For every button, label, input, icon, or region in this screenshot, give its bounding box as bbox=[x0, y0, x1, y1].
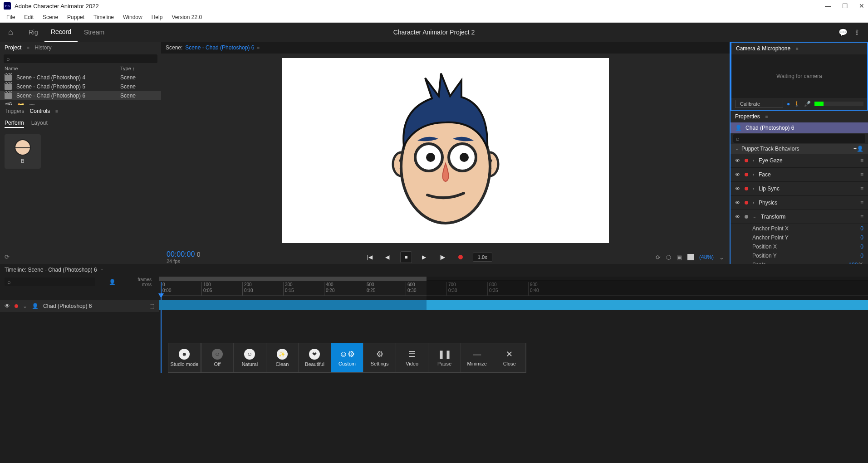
menu-edit[interactable]: Edit bbox=[20, 13, 37, 21]
menu-scene[interactable]: Scene bbox=[39, 13, 62, 21]
arm-record-icon[interactable] bbox=[745, 187, 748, 190]
arm-record-icon[interactable] bbox=[745, 215, 748, 219]
cast-icon[interactable]: ▣ bbox=[677, 254, 682, 261]
visibility-icon[interactable]: 👁 bbox=[735, 200, 740, 205]
refresh-icon[interactable]: ⟳ bbox=[5, 253, 10, 260]
puppet-filter-icon[interactable]: 👤 bbox=[109, 279, 116, 285]
camera-menu-icon[interactable]: ≡ bbox=[796, 46, 798, 51]
mode-rig[interactable]: Rig bbox=[22, 23, 44, 42]
mode-stream[interactable]: Stream bbox=[78, 23, 111, 42]
visibility-icon[interactable]: 👁 bbox=[735, 172, 740, 177]
project-row[interactable]: Scene - Chad (Photoshop) 4 Scene bbox=[0, 73, 161, 82]
pause-button[interactable]: ❚❚Pause bbox=[428, 343, 461, 372]
scene-viewport[interactable] bbox=[161, 54, 730, 248]
project-row[interactable]: Scene - Chad (Photoshop) 6 Scene bbox=[0, 91, 161, 100]
chevron-right-icon[interactable]: › bbox=[753, 200, 754, 205]
visibility-icon[interactable]: 👁 bbox=[735, 214, 740, 219]
visibility-icon[interactable]: 👁 bbox=[5, 303, 10, 309]
body-track-icon[interactable]: 🚶 bbox=[794, 101, 800, 107]
property-value[interactable]: 0 bbox=[860, 234, 863, 241]
behavior-menu-icon[interactable]: ≡ bbox=[860, 185, 863, 192]
properties-menu-icon[interactable]: ≡ bbox=[765, 114, 768, 119]
arm-record-icon[interactable] bbox=[15, 304, 18, 308]
behavior-menu-icon[interactable]: ≡ bbox=[860, 157, 863, 164]
step-forward-button[interactable]: |▶ bbox=[436, 251, 448, 263]
project-row[interactable]: Scene - Chad (Photoshop) 5 Scene bbox=[0, 82, 161, 91]
menu-version[interactable]: Version 22.0 bbox=[168, 13, 206, 21]
properties-search[interactable] bbox=[733, 134, 865, 143]
behavior-menu-icon[interactable]: ≡ bbox=[860, 200, 863, 206]
effect-beautiful-button[interactable]: ❤Beautiful bbox=[299, 343, 331, 372]
timeline-menu-icon[interactable]: ≡ bbox=[101, 268, 103, 273]
arm-record-icon[interactable] bbox=[745, 173, 748, 176]
behavior-row[interactable]: 👁› Eye Gaze≡ bbox=[731, 154, 868, 168]
arm-record-icon[interactable] bbox=[745, 201, 748, 205]
effect-off-button[interactable]: ☺Off bbox=[201, 343, 234, 372]
effect-custom-button[interactable]: ☺⚙Custom bbox=[331, 343, 364, 372]
behaviors-section-header[interactable]: ⌄ Puppet Track Behaviors +👤 bbox=[731, 144, 868, 154]
zoom-dropdown-icon[interactable]: ⌄ bbox=[719, 254, 724, 261]
3d-icon[interactable]: ⬡ bbox=[666, 254, 671, 261]
microphone-icon[interactable]: 🎤 bbox=[804, 101, 811, 107]
zoom-level[interactable]: (48%) bbox=[699, 254, 714, 260]
chat-icon[interactable]: 💬 bbox=[839, 28, 848, 37]
track-lock-icon[interactable]: ⬚ bbox=[149, 303, 154, 309]
menu-help[interactable]: Help bbox=[148, 13, 167, 21]
perform-tab[interactable]: Perform bbox=[5, 120, 24, 128]
menu-puppet[interactable]: Puppet bbox=[64, 13, 88, 21]
timeline-track-header[interactable]: 👁 ⌄ 👤 Chad (Photoshop) 6 ⬚ bbox=[0, 300, 159, 312]
menu-timeline[interactable]: Timeline bbox=[90, 13, 118, 21]
behavior-row[interactable]: 👁› Face≡ bbox=[731, 168, 868, 182]
layout-tab[interactable]: Layout bbox=[31, 120, 48, 128]
close-button[interactable]: ✕Close bbox=[493, 343, 526, 372]
visibility-icon[interactable]: 👁 bbox=[735, 158, 740, 163]
window-close-button[interactable]: ✕ bbox=[859, 2, 864, 10]
behavior-menu-icon[interactable]: ≡ bbox=[860, 171, 863, 178]
playhead[interactable] bbox=[161, 282, 162, 373]
project-tab[interactable]: Project bbox=[5, 44, 21, 51]
video-button[interactable]: ☰Video bbox=[396, 343, 429, 372]
checker-icon[interactable] bbox=[687, 254, 694, 260]
puppet-name-bar[interactable]: 👤 Chad (Photoshop) 6 bbox=[731, 122, 868, 133]
menu-window[interactable]: Window bbox=[119, 13, 146, 21]
minimize-button[interactable]: —Minimize bbox=[461, 343, 494, 372]
chevron-right-icon[interactable]: › bbox=[753, 158, 754, 163]
chevron-down-icon[interactable]: ⌄ bbox=[753, 214, 756, 219]
chevron-right-icon[interactable]: › bbox=[753, 186, 754, 191]
history-tab[interactable]: History bbox=[34, 44, 51, 51]
property-value[interactable]: 0 bbox=[860, 225, 863, 232]
visibility-icon[interactable]: 👁 bbox=[735, 186, 740, 191]
refresh-scene-icon[interactable]: ⟳ bbox=[656, 254, 661, 261]
controls-tab[interactable]: Controls bbox=[30, 108, 50, 114]
chevron-down-icon[interactable]: ⌄ bbox=[23, 303, 27, 309]
project-name-header[interactable]: Name bbox=[5, 66, 120, 71]
project-search[interactable] bbox=[4, 54, 157, 63]
calibrate-button[interactable]: Calibrate bbox=[735, 100, 783, 108]
control-thumbnail[interactable]: B bbox=[5, 134, 41, 169]
transform-row[interactable]: 👁⌄ Transform≡ bbox=[731, 210, 868, 224]
project-type-header[interactable]: Type ↑ bbox=[120, 66, 157, 71]
scene-menu-icon[interactable]: ≡ bbox=[257, 45, 259, 50]
go-to-start-button[interactable]: |◀ bbox=[364, 251, 376, 263]
playback-speed[interactable]: 1.0x bbox=[473, 253, 492, 262]
triggers-tab[interactable]: Triggers bbox=[5, 108, 25, 114]
step-back-button[interactable]: ◀| bbox=[382, 251, 394, 263]
timecode[interactable]: 00:00:00 bbox=[167, 250, 195, 258]
play-button[interactable]: ▶ bbox=[418, 251, 430, 263]
timeline-track-bar[interactable] bbox=[159, 300, 868, 310]
properties-tab[interactable]: Properties bbox=[735, 113, 760, 120]
chevron-right-icon[interactable]: › bbox=[753, 172, 754, 177]
behavior-row[interactable]: 👁› Lip Sync≡ bbox=[731, 182, 868, 196]
window-minimize-button[interactable]: — bbox=[825, 2, 831, 10]
project-menu-icon[interactable]: ≡ bbox=[27, 45, 29, 50]
menu-file[interactable]: File bbox=[3, 13, 19, 21]
window-maximize-button[interactable]: ☐ bbox=[842, 2, 848, 10]
scene-name-link[interactable]: Scene - Chad (Photoshop) 6 bbox=[185, 44, 254, 51]
property-value[interactable]: 0 bbox=[860, 244, 863, 250]
effect-clean-button[interactable]: ✨Clean bbox=[266, 343, 299, 372]
effect-natural-button[interactable]: ☺Natural bbox=[234, 343, 266, 372]
home-icon[interactable]: ⌂ bbox=[8, 28, 13, 37]
add-behavior-icon[interactable]: +👤 bbox=[853, 146, 863, 152]
property-value[interactable]: 0 bbox=[860, 253, 863, 259]
behavior-menu-icon[interactable]: ≡ bbox=[860, 214, 863, 220]
